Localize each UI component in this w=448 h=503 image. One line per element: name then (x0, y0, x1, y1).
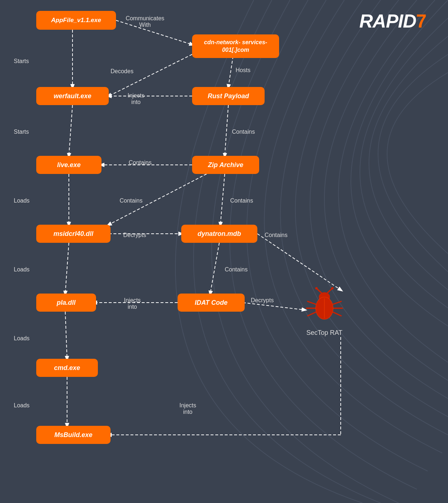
svg-line-4 (228, 56, 233, 87)
node-msidcrl: msidcrl40.dll (36, 225, 111, 243)
svg-line-18 (243, 303, 304, 310)
label-decodes: Decodes (111, 68, 133, 75)
svg-line-14 (257, 234, 341, 290)
node-msbuild: MsBuild.exe (36, 426, 111, 444)
node-zip-archive: Zip Archive (192, 156, 259, 174)
node-appfile: AppFile_v1.1.exe (36, 11, 116, 30)
label-loads3: Loads (14, 335, 30, 342)
node-werfault: werfault.exe (36, 87, 109, 105)
svg-line-16 (210, 243, 219, 294)
label-loads4: Loads (14, 402, 30, 409)
label-contains2: Contains (129, 159, 152, 166)
node-rust-payload: Rust Payload (192, 87, 265, 105)
svg-line-32 (333, 302, 341, 304)
label-injects1: Injectsinto (128, 92, 144, 105)
svg-line-5 (109, 54, 192, 96)
label-contains4: Contains (230, 198, 253, 204)
rapid7-logo: RAPID7 (359, 10, 426, 32)
sectop-rat-label: SecTop RAT (303, 329, 346, 337)
label-starts1: Starts (14, 58, 29, 65)
node-dynatron: dynatron.mdb (181, 225, 257, 243)
label-contains3: Contains (120, 198, 142, 204)
label-injects2: Injectsinto (124, 297, 141, 310)
label-contains1: Contains (232, 129, 255, 135)
svg-line-12 (220, 174, 225, 225)
svg-point-28 (331, 287, 334, 290)
logo-text: RAPID (359, 11, 416, 32)
label-contains6: Contains (225, 266, 248, 273)
node-cdn: cdn-network- services-001[.]com (192, 34, 279, 58)
label-starts2: Starts (14, 129, 29, 135)
svg-line-34 (333, 312, 341, 316)
svg-line-29 (308, 302, 316, 304)
label-loads1: Loads (14, 198, 30, 204)
svg-line-8 (225, 105, 228, 156)
node-cmd: cmd.exe (36, 359, 98, 377)
svg-line-31 (308, 312, 316, 316)
label-injects3: Injectsinto (179, 402, 196, 415)
label-decrypts2: Decrypts (251, 297, 274, 304)
label-communicates-with: Communicates With (120, 15, 170, 28)
bug-icon (304, 286, 344, 326)
label-loads2: Loads (14, 266, 30, 273)
svg-point-27 (315, 287, 318, 290)
label-hosts: Hosts (236, 67, 250, 74)
label-decrypts1: Decrypts (123, 232, 146, 238)
svg-line-7 (69, 105, 72, 156)
node-pla: pla.dll (36, 294, 96, 312)
svg-line-19 (65, 312, 67, 359)
label-contains5: Contains (265, 232, 287, 238)
node-live: live.exe (36, 156, 101, 174)
node-idat: IDAT Code (178, 294, 245, 312)
logo-accent: 7 (416, 11, 426, 32)
svg-line-15 (65, 243, 69, 294)
